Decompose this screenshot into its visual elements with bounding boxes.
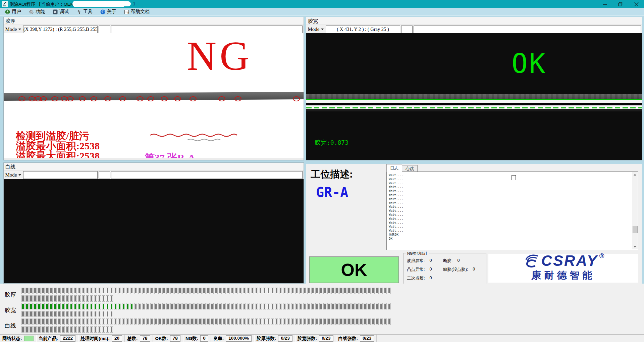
close-button[interactable] bbox=[631, 0, 642, 8]
brand-swoosh-icon bbox=[523, 254, 540, 268]
history-cell bbox=[372, 288, 375, 294]
history-cell bbox=[150, 303, 153, 309]
history-cell bbox=[323, 303, 326, 309]
history-cell bbox=[174, 303, 177, 309]
log-panel[interactable]: Wait.... Wait.... Wait.... Wait.... Wait… bbox=[386, 172, 638, 250]
history-cell bbox=[219, 303, 222, 309]
history-cell bbox=[223, 303, 226, 309]
history-cell bbox=[303, 288, 306, 294]
toolbar-long-box bbox=[111, 26, 303, 33]
status-label: 胶厚张数: bbox=[257, 336, 276, 342]
overall-result-button[interactable]: OK bbox=[309, 256, 399, 283]
status-bar: 网络状态:当前产品:2222处理时间(ms):20总数:78OK数:78NG数:… bbox=[0, 334, 644, 342]
history-cell bbox=[90, 295, 93, 302]
history-cell bbox=[219, 319, 222, 325]
history-cell bbox=[388, 303, 391, 309]
inspection-image-glue-thickness[interactable]: NG 检测到溢胶/脏污 溢胶最小面积:2538 溢胶最大面积:2538 第37 … bbox=[4, 33, 304, 160]
history-cell bbox=[271, 319, 274, 325]
history-cell bbox=[231, 319, 234, 325]
scrollbar-thumb[interactable] bbox=[633, 226, 638, 233]
history-cell bbox=[360, 288, 363, 294]
history-cell bbox=[62, 311, 65, 317]
history-cell bbox=[94, 288, 97, 294]
inspection-image-white-line[interactable] bbox=[4, 179, 304, 283]
history-cell bbox=[174, 319, 177, 325]
history-cell bbox=[215, 303, 218, 309]
history-cell bbox=[323, 288, 326, 294]
history-cell bbox=[58, 311, 61, 317]
history-cell bbox=[70, 303, 73, 309]
mode-dropdown[interactable]: Mode bbox=[308, 26, 324, 33]
mode-dropdown[interactable]: Mode bbox=[5, 172, 21, 178]
history-cell bbox=[34, 295, 37, 302]
history-cell bbox=[30, 326, 33, 333]
defect-circle bbox=[51, 96, 58, 101]
history-cell bbox=[138, 288, 141, 294]
tab-log[interactable]: 日志 bbox=[386, 164, 402, 172]
history-cell bbox=[110, 319, 113, 325]
history-cell bbox=[291, 319, 294, 325]
history-cell bbox=[267, 303, 270, 309]
menu-item-tools[interactable]: 工具 bbox=[76, 9, 93, 15]
history-cell bbox=[102, 295, 105, 302]
history-row-label: 胶宽 bbox=[5, 306, 19, 314]
history-cell bbox=[70, 311, 73, 317]
log-checkbox[interactable] bbox=[512, 175, 516, 180]
panel-title: 白线 bbox=[4, 163, 304, 170]
history-cell bbox=[34, 319, 37, 325]
menu-item-about[interactable]: 关于 bbox=[100, 9, 116, 15]
history-cell bbox=[134, 319, 137, 325]
history-cell bbox=[360, 319, 363, 325]
history-cell bbox=[170, 303, 173, 309]
history-cell bbox=[25, 319, 29, 325]
history-cell bbox=[291, 288, 294, 294]
history-cell bbox=[239, 288, 242, 294]
history-cell bbox=[263, 319, 266, 325]
history-cell bbox=[66, 288, 69, 294]
history-cell-row bbox=[21, 288, 392, 294]
inspection-image-glue-width[interactable]: OK 胶宽:0.873 bbox=[306, 33, 642, 160]
history-cell bbox=[98, 311, 101, 317]
history-cell bbox=[195, 319, 198, 325]
scroll-up-icon[interactable] bbox=[632, 172, 638, 177]
menu-item-help[interactable]: 帮助文档 bbox=[124, 9, 150, 15]
status-item-7: 胶厚张数:0/23 bbox=[254, 335, 295, 342]
history-cell bbox=[30, 303, 33, 309]
history-cell bbox=[62, 319, 65, 325]
log-lines: Wait.... Wait.... Wait.... Wait.... Wait… bbox=[389, 174, 403, 241]
restore-button[interactable] bbox=[614, 0, 626, 8]
mode-dropdown[interactable]: Mode bbox=[5, 26, 21, 33]
history-cell bbox=[34, 288, 37, 294]
log-scrollbar[interactable] bbox=[632, 172, 638, 249]
status-item-8: 胶宽张数:0/23 bbox=[295, 335, 336, 342]
scroll-down-icon[interactable] bbox=[632, 244, 638, 249]
history-cell bbox=[215, 319, 218, 325]
history-cell-row bbox=[21, 303, 392, 310]
history-cell bbox=[259, 288, 262, 294]
history-cell bbox=[21, 295, 24, 302]
history-cell bbox=[126, 288, 129, 294]
history-cell bbox=[46, 295, 49, 302]
history-cell bbox=[34, 326, 37, 333]
history-cell bbox=[380, 319, 383, 325]
history-cell bbox=[211, 319, 214, 325]
status-label: 总数: bbox=[127, 336, 138, 342]
history-cell bbox=[195, 303, 198, 309]
minimize-button[interactable] bbox=[599, 0, 610, 8]
history-cell bbox=[106, 288, 109, 294]
history-cell bbox=[62, 303, 65, 309]
history-cell bbox=[66, 303, 69, 309]
tab-heartbeat[interactable]: 心跳 bbox=[402, 165, 418, 172]
ng-stat-row: 断胶:0 bbox=[443, 258, 485, 264]
history-cell bbox=[142, 288, 145, 294]
defect-circle bbox=[234, 96, 241, 101]
history-cell bbox=[54, 319, 57, 325]
history-cell bbox=[25, 303, 29, 309]
menu-item-debug[interactable]: 调试 bbox=[52, 9, 69, 15]
status-label: 胶宽张数: bbox=[298, 336, 317, 342]
menu-item-functions[interactable]: 功能 bbox=[29, 9, 45, 15]
history-cell bbox=[162, 319, 165, 325]
status-item-6: 良率:100.000% bbox=[211, 335, 254, 342]
menu-item-user[interactable]: 用户 bbox=[5, 9, 21, 15]
history-grid-section: 胶厚胶宽白线 bbox=[0, 284, 644, 334]
